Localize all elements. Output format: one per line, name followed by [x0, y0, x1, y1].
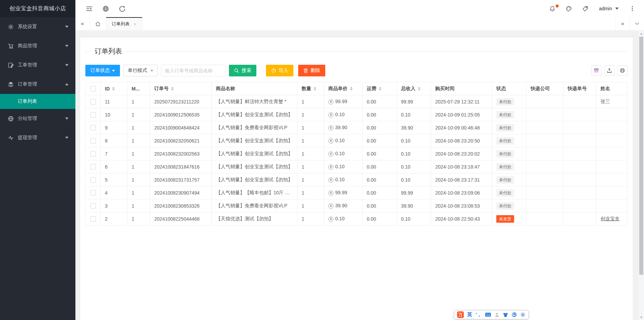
tab-order-list[interactable]: 订单列表 ×: [106, 17, 142, 30]
cell-status: 未付款: [492, 173, 526, 186]
sidebar-item-withdraw[interactable]: 提现管理: [0, 128, 75, 147]
notifications-bell-icon[interactable]: [544, 0, 561, 17]
sidebar-item-system-settings[interactable]: 系统设置: [0, 17, 75, 36]
scrollbar-thumb[interactable]: [639, 37, 643, 275]
cell-product: 【人气销量】免费看全网影视VLP: [212, 121, 297, 134]
col-header: 购买时间: [435, 86, 454, 92]
skin-tshirt-icon[interactable]: [503, 312, 508, 317]
cell-status: 未付款: [492, 121, 526, 134]
home-icon: [95, 21, 101, 27]
filter-toolbar: 订单状态 单行模式 搜索 导入: [85, 65, 628, 76]
ime-language-toggle[interactable]: 英: [467, 311, 472, 318]
tabs-menu-button[interactable]: [630, 17, 644, 30]
cell-buy-time: 2024-10-08 23:18:47: [431, 160, 492, 173]
row-checkbox[interactable]: [90, 216, 96, 222]
gear-icon[interactable]: [520, 312, 525, 317]
cell-m: 1: [127, 199, 150, 212]
table-row: 11 1 20250729123211220 【人气销量】鲜活特大野生青蟹 * …: [86, 95, 628, 108]
swirl-icon[interactable]: [512, 312, 517, 317]
order-list-card: 订单列表 订单状态 单行模式 搜索: [80, 38, 633, 320]
cell-unit-price: ¥0.10: [324, 134, 363, 147]
globe-nav-icon[interactable]: [97, 0, 114, 17]
cell-express-no: [563, 121, 596, 134]
row-checkbox[interactable]: [90, 138, 96, 144]
chevron-down-icon: [150, 70, 153, 72]
export-button[interactable]: [604, 65, 615, 76]
sidebar-item-substation[interactable]: 分站管理: [0, 109, 75, 128]
status-badge: 未付款: [496, 98, 514, 106]
layers-icon: [8, 82, 14, 87]
tabs-scroll-left-button[interactable]: «: [75, 17, 90, 30]
order-status-dropdown-button[interactable]: 订单状态: [85, 65, 120, 76]
user-silhouette-icon[interactable]: [495, 312, 499, 317]
sort-icon[interactable]: [112, 87, 115, 90]
cell-product: 【人气销量】鲜活特大野生青蟹 *: [212, 95, 297, 108]
yen-circle-icon: ¥: [328, 138, 333, 144]
sidebar-item-order-list-active[interactable]: 订单列表: [0, 94, 75, 109]
unit-price-value: 99.99: [335, 190, 347, 195]
theme-palette-icon[interactable]: [561, 0, 577, 17]
tag-icon[interactable]: [577, 0, 594, 17]
collapse-sidebar-button[interactable]: [81, 0, 97, 17]
row-checkbox[interactable]: [90, 203, 96, 209]
delete-button[interactable]: 删除: [298, 65, 325, 76]
more-vertical-icon[interactable]: [624, 0, 641, 17]
row-checkbox[interactable]: [90, 190, 96, 196]
cell-income: 0.10: [397, 173, 431, 186]
sort-icon[interactable]: [418, 87, 421, 90]
keyboard-icon[interactable]: [485, 312, 491, 317]
sort-icon[interactable]: [314, 87, 316, 90]
gear-icon: [8, 24, 14, 30]
ime-logo[interactable]: 万: [457, 311, 464, 318]
row-checkbox[interactable]: [90, 177, 96, 183]
row-checkbox[interactable]: [90, 125, 96, 131]
cell-qty: 1: [297, 199, 324, 212]
chevron-down-icon: [65, 45, 69, 47]
select-all-checkbox[interactable]: [90, 86, 96, 91]
cell-express-no: [563, 186, 596, 199]
filter-columns-button[interactable]: [591, 65, 602, 76]
search-input[interactable]: [161, 65, 226, 76]
col-header: 商品名称: [216, 86, 235, 92]
cell-express-no: [563, 212, 596, 225]
cell-express-no: [563, 147, 596, 160]
close-icon[interactable]: ×: [134, 22, 136, 27]
sidebar-item-worksheet[interactable]: 工单管理: [0, 56, 75, 75]
sidebar-item-goods[interactable]: 商品管理: [0, 36, 75, 56]
cell-buy-time: 2024-10-08 23:20:50: [431, 134, 492, 147]
refresh-icon[interactable]: [114, 0, 130, 17]
cell-income: 0.10: [397, 134, 431, 147]
scroll-up-arrow-icon[interactable]: ▲: [639, 31, 644, 36]
row-checkbox[interactable]: [90, 112, 96, 118]
cell-name[interactable]: 创业宝盒: [596, 212, 628, 225]
cell-freight: 0.00: [363, 121, 397, 134]
row-checkbox[interactable]: [90, 99, 96, 104]
tabs-scroll-right-button[interactable]: »: [615, 17, 630, 30]
row-mode-select[interactable]: 单行模式: [123, 65, 158, 76]
vertical-scrollbar[interactable]: ▲ ▼: [639, 31, 644, 320]
import-button[interactable]: 导入: [266, 65, 293, 76]
row-checkbox[interactable]: [90, 164, 96, 170]
scroll-down-arrow-icon[interactable]: ▼: [639, 315, 644, 320]
yen-circle-icon: ¥: [328, 177, 333, 183]
cell-income: 99.99: [397, 186, 431, 199]
search-button[interactable]: 搜索: [229, 65, 256, 76]
yen-circle-icon: ¥: [328, 99, 333, 104]
sort-icon[interactable]: [171, 87, 174, 90]
home-tab[interactable]: [90, 17, 106, 30]
status-badge: 未付款: [496, 163, 514, 171]
row-checkbox[interactable]: [90, 151, 96, 157]
cell-status: 未付款: [492, 147, 526, 160]
cell-buy-time: 2024-10-08 23:09:06: [431, 186, 492, 199]
sort-icon[interactable]: [350, 87, 353, 90]
col-header: 订单号: [154, 86, 169, 92]
col-header: M...: [132, 86, 139, 91]
print-button[interactable]: [617, 65, 628, 76]
table-row: 9 1 20241009004648424 【人气销量】免费看全网影视VLP 1…: [86, 121, 628, 134]
ime-punctuation-toggle[interactable]: '，: [476, 312, 482, 318]
sidebar-item-orders[interactable]: 订单管理: [0, 75, 75, 94]
notification-dot: [556, 4, 559, 8]
cell-express-no: [563, 108, 596, 121]
user-menu[interactable]: admin: [594, 6, 624, 11]
sort-icon[interactable]: [379, 87, 381, 90]
